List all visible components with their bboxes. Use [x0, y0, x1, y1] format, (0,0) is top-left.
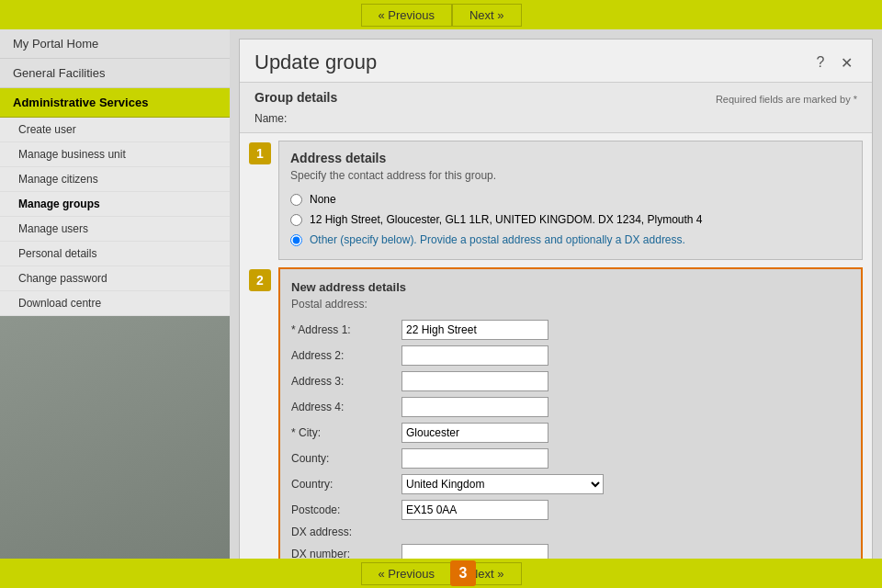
sidebar-item-download-centre[interactable]: Download centre: [0, 291, 230, 316]
radio-none[interactable]: [290, 194, 302, 206]
sidebar-item-create-user[interactable]: Create user: [0, 118, 230, 142]
group-name-label: Name:: [254, 112, 857, 125]
radio-none-option[interactable]: None: [290, 189, 851, 209]
step1-number-container: 1: [249, 141, 275, 260]
new-address-title: New address details: [291, 280, 850, 294]
sidebar-item-change-password[interactable]: Change password: [0, 266, 230, 291]
sidebar-label-change-password: Change password: [18, 272, 107, 285]
close-icon[interactable]: ✕: [835, 51, 857, 74]
page-title: Update group: [254, 51, 377, 74]
page-header: Update group ? ✕: [240, 40, 872, 83]
header-icons: ? ✕: [809, 51, 857, 74]
field-county-label: County:: [291, 452, 401, 465]
sidebar-label-my-portal-home: My Portal Home: [13, 37, 98, 51]
sidebar-label-download-centre: Download centre: [18, 297, 101, 310]
field-address1-input[interactable]: [401, 320, 548, 340]
field-country-select[interactable]: United Kingdom United States France Germ…: [401, 474, 604, 494]
field-address2-label: Address 2:: [291, 349, 401, 362]
field-dx-address-label: DX address:: [291, 526, 401, 538]
bottom-navigation: « Previous Next » 3: [0, 559, 882, 588]
sidebar-label-manage-citizens: Manage citizens: [18, 173, 98, 186]
step1-row: 1 Address details Specify the contact ad…: [240, 133, 872, 264]
field-county-input[interactable]: [401, 448, 548, 469]
group-details-title: Group details: [254, 90, 337, 105]
field-address2-row: Address 2:: [291, 345, 850, 366]
field-address4-row: Address 4:: [291, 397, 850, 417]
bottom-previous-button[interactable]: « Previous: [361, 562, 452, 585]
field-city-input[interactable]: [401, 423, 548, 443]
sidebar: My Portal Home General Facilities Admini…: [0, 29, 230, 559]
field-country-row: Country: United Kingdom United States Fr…: [291, 474, 850, 494]
field-city-label: * City:: [291, 426, 401, 439]
sidebar-label-manage-groups: Manage groups: [18, 198, 100, 210]
field-postcode-input[interactable]: [401, 500, 548, 520]
content-area: Update group ? ✕ Group details Required …: [230, 29, 882, 559]
field-dx-number-input[interactable]: [401, 544, 548, 559]
radio-existing-option[interactable]: 12 High Street, Gloucester, GL1 1LR, UNI…: [290, 209, 851, 230]
field-dx-address-row: DX address:: [291, 526, 850, 538]
radio-existing[interactable]: [290, 214, 302, 226]
top-nav-buttons: « Previous Next »: [361, 4, 522, 27]
field-address3-label: Address 3:: [291, 375, 401, 388]
field-dx-number-row: DX number:: [291, 544, 850, 559]
field-address2-input[interactable]: [401, 345, 548, 366]
sidebar-label-manage-business-unit: Manage business unit: [18, 148, 126, 161]
step1-content: Address details Specify the contact addr…: [278, 141, 863, 260]
sidebar-item-general-facilities[interactable]: General Facilities: [0, 59, 230, 88]
sidebar-label-manage-users: Manage users: [18, 222, 88, 235]
step2-content: New address details Postal address: * Ad…: [278, 267, 863, 559]
step2-number-container: 2: [249, 267, 275, 559]
field-city-row: * City:: [291, 423, 850, 443]
sidebar-label-personal-details: Personal details: [18, 247, 96, 260]
step3-badge: 3: [450, 560, 476, 586]
sidebar-label-administrative-services: Administrative Services: [13, 96, 148, 109]
field-address3-input[interactable]: [401, 371, 548, 391]
radio-other-label: Other (specify below). Provide a postal …: [310, 233, 685, 246]
top-navigation: « Previous Next »: [0, 0, 882, 29]
field-address4-input[interactable]: [401, 397, 548, 417]
sidebar-item-personal-details[interactable]: Personal details: [0, 242, 230, 266]
field-address1-label: * Address 1:: [291, 323, 401, 336]
help-icon[interactable]: ?: [809, 51, 831, 74]
field-address1-row: * Address 1:: [291, 320, 850, 340]
radio-other-option[interactable]: Other (specify below). Provide a postal …: [290, 230, 851, 250]
field-postcode-row: Postcode:: [291, 500, 850, 520]
step2-badge: 2: [249, 269, 271, 291]
radio-existing-label: 12 High Street, Gloucester, GL1 1LR, UNI…: [310, 213, 703, 226]
field-county-row: County:: [291, 448, 850, 469]
sidebar-item-manage-business-unit[interactable]: Manage business unit: [0, 142, 230, 167]
field-country-label: Country:: [291, 478, 401, 491]
main-layout: My Portal Home General Facilities Admini…: [0, 29, 882, 559]
content-inner: Update group ? ✕ Group details Required …: [239, 39, 873, 559]
sidebar-item-administrative-services[interactable]: Administrative Services: [0, 88, 230, 118]
address-details-title: Address details: [290, 151, 851, 165]
required-note: Required fields are marked by *: [716, 94, 857, 105]
field-dx-number-label: DX number:: [291, 548, 401, 559]
radio-none-label: None: [310, 193, 336, 206]
group-details-bar: Group details Required fields are marked…: [240, 83, 872, 133]
field-address3-row: Address 3:: [291, 371, 850, 391]
sidebar-item-manage-citizens[interactable]: Manage citizens: [0, 167, 230, 192]
radio-other[interactable]: [290, 234, 302, 246]
step1-badge: 1: [249, 142, 271, 164]
sidebar-item-manage-users[interactable]: Manage users: [0, 217, 230, 242]
top-next-button[interactable]: Next »: [452, 4, 522, 27]
bottom-nav-buttons: « Previous Next »: [361, 562, 522, 585]
field-postcode-label: Postcode:: [291, 503, 401, 516]
address-details-subtitle: Specify the contact address for this gro…: [290, 169, 851, 182]
field-address4-label: Address 4:: [291, 401, 401, 413]
step2-row: 2 New address details Postal address: * …: [240, 264, 872, 559]
postal-address-label: Postal address:: [291, 298, 850, 311]
sidebar-item-my-portal-home[interactable]: My Portal Home: [0, 29, 230, 59]
top-previous-button[interactable]: « Previous: [361, 4, 452, 27]
sidebar-label-create-user: Create user: [18, 123, 76, 136]
sidebar-label-general-facilities: General Facilities: [13, 66, 105, 80]
sidebar-item-manage-groups[interactable]: Manage groups: [0, 192, 230, 217]
